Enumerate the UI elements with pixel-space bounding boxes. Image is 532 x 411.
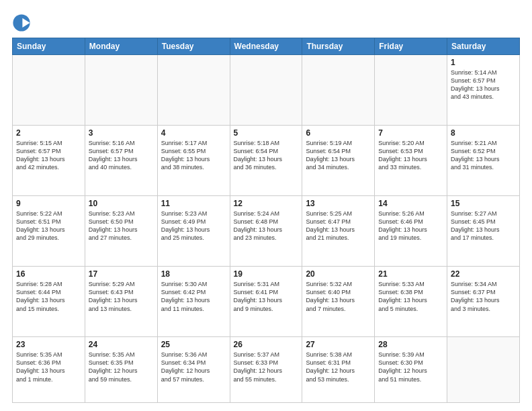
day-number: 14	[378, 199, 443, 208]
day-info: Sunrise: 5:23 AM Sunset: 6:50 PM Dayligh…	[89, 210, 154, 242]
calendar-day: 5Sunrise: 5:18 AM Sunset: 6:54 PM Daylig…	[230, 126, 302, 196]
calendar-day: 20Sunrise: 5:32 AM Sunset: 6:40 PM Dayli…	[302, 267, 375, 337]
calendar-week-3: 9Sunrise: 5:22 AM Sunset: 6:51 PM Daylig…	[13, 196, 520, 267]
day-number: 22	[451, 269, 516, 279]
day-number: 16	[16, 269, 81, 279]
day-number: 2	[16, 128, 81, 138]
calendar-header-friday: Friday	[375, 38, 447, 55]
day-number: 24	[89, 340, 154, 349]
day-info: Sunrise: 5:21 AM Sunset: 6:52 PM Dayligh…	[451, 139, 516, 172]
day-info: Sunrise: 5:27 AM Sunset: 6:45 PM Dayligh…	[451, 210, 516, 242]
day-number: 28	[378, 340, 443, 349]
day-number: 1	[451, 58, 516, 67]
day-number: 12	[234, 199, 299, 208]
day-number: 23	[16, 340, 81, 349]
header	[12, 11, 520, 32]
calendar-week-2: 2Sunrise: 5:15 AM Sunset: 6:57 PM Daylig…	[13, 126, 520, 196]
calendar-day: 4Sunrise: 5:17 AM Sunset: 6:55 PM Daylig…	[157, 126, 230, 196]
day-info: Sunrise: 5:19 AM Sunset: 6:54 PM Dayligh…	[306, 139, 371, 172]
day-number: 13	[306, 199, 371, 208]
calendar-day: 12Sunrise: 5:24 AM Sunset: 6:48 PM Dayli…	[230, 196, 302, 267]
day-number: 20	[306, 269, 371, 279]
calendar-day: 8Sunrise: 5:21 AM Sunset: 6:52 PM Daylig…	[447, 126, 520, 196]
calendar-header-tuesday: Tuesday	[157, 38, 230, 55]
calendar-day: 19Sunrise: 5:31 AM Sunset: 6:41 PM Dayli…	[230, 267, 302, 337]
day-number: 5	[234, 128, 299, 138]
day-info: Sunrise: 5:33 AM Sunset: 6:38 PM Dayligh…	[378, 280, 443, 313]
calendar-day	[157, 55, 230, 126]
day-number: 9	[16, 199, 81, 208]
day-info: Sunrise: 5:15 AM Sunset: 6:57 PM Dayligh…	[16, 139, 81, 172]
calendar-header-thursday: Thursday	[302, 38, 375, 55]
calendar-day: 24Sunrise: 5:35 AM Sunset: 6:35 PM Dayli…	[85, 337, 157, 403]
calendar-day: 7Sunrise: 5:20 AM Sunset: 6:53 PM Daylig…	[375, 126, 447, 196]
calendar-day: 15Sunrise: 5:27 AM Sunset: 6:45 PM Dayli…	[447, 196, 520, 267]
day-info: Sunrise: 5:29 AM Sunset: 6:43 PM Dayligh…	[89, 280, 154, 313]
calendar-day: 9Sunrise: 5:22 AM Sunset: 6:51 PM Daylig…	[13, 196, 85, 267]
calendar-header-row: SundayMondayTuesdayWednesdayThursdayFrid…	[13, 38, 520, 55]
calendar-header-monday: Monday	[85, 38, 157, 55]
day-info: Sunrise: 5:38 AM Sunset: 6:31 PM Dayligh…	[306, 351, 371, 383]
calendar-day: 11Sunrise: 5:23 AM Sunset: 6:49 PM Dayli…	[157, 196, 230, 267]
day-number: 4	[161, 128, 226, 138]
day-info: Sunrise: 5:36 AM Sunset: 6:34 PM Dayligh…	[161, 351, 226, 383]
day-number: 27	[306, 340, 371, 349]
logo-icon	[12, 13, 31, 32]
calendar-day: 1Sunrise: 5:14 AM Sunset: 6:57 PM Daylig…	[447, 55, 520, 126]
day-number: 15	[451, 199, 516, 208]
day-info: Sunrise: 5:14 AM Sunset: 6:57 PM Dayligh…	[451, 68, 516, 101]
day-info: Sunrise: 5:35 AM Sunset: 6:36 PM Dayligh…	[16, 351, 81, 383]
day-number: 19	[234, 269, 299, 279]
day-info: Sunrise: 5:28 AM Sunset: 6:44 PM Dayligh…	[16, 280, 81, 313]
calendar-day	[230, 55, 302, 126]
day-number: 17	[89, 269, 154, 279]
calendar-day: 28Sunrise: 5:39 AM Sunset: 6:30 PM Dayli…	[375, 337, 447, 403]
calendar-day	[13, 55, 85, 126]
calendar-day: 21Sunrise: 5:33 AM Sunset: 6:38 PM Dayli…	[375, 267, 447, 337]
day-info: Sunrise: 5:31 AM Sunset: 6:41 PM Dayligh…	[234, 280, 299, 313]
day-number: 11	[161, 199, 226, 208]
calendar-table: SundayMondayTuesdayWednesdayThursdayFrid…	[12, 38, 520, 403]
calendar-day: 26Sunrise: 5:37 AM Sunset: 6:33 PM Dayli…	[230, 337, 302, 403]
day-info: Sunrise: 5:35 AM Sunset: 6:35 PM Dayligh…	[89, 351, 154, 383]
day-number: 25	[161, 340, 226, 349]
day-number: 10	[89, 199, 154, 208]
calendar-header-sunday: Sunday	[13, 38, 85, 55]
day-info: Sunrise: 5:20 AM Sunset: 6:53 PM Dayligh…	[378, 139, 443, 172]
day-info: Sunrise: 5:17 AM Sunset: 6:55 PM Dayligh…	[161, 139, 226, 172]
calendar-day: 3Sunrise: 5:16 AM Sunset: 6:57 PM Daylig…	[85, 126, 157, 196]
calendar-day: 22Sunrise: 5:34 AM Sunset: 6:37 PM Dayli…	[447, 267, 520, 337]
calendar-day: 18Sunrise: 5:30 AM Sunset: 6:42 PM Dayli…	[157, 267, 230, 337]
day-info: Sunrise: 5:23 AM Sunset: 6:49 PM Dayligh…	[161, 210, 226, 242]
day-info: Sunrise: 5:18 AM Sunset: 6:54 PM Dayligh…	[234, 139, 299, 172]
day-number: 18	[161, 269, 226, 279]
logo	[12, 13, 32, 32]
page: SundayMondayTuesdayWednesdayThursdayFrid…	[0, 0, 532, 411]
day-number: 3	[89, 128, 154, 138]
calendar-day: 25Sunrise: 5:36 AM Sunset: 6:34 PM Dayli…	[157, 337, 230, 403]
day-info: Sunrise: 5:39 AM Sunset: 6:30 PM Dayligh…	[378, 351, 443, 383]
day-number: 7	[378, 128, 443, 138]
calendar-day: 13Sunrise: 5:25 AM Sunset: 6:47 PM Dayli…	[302, 196, 375, 267]
calendar-header-wednesday: Wednesday	[230, 38, 302, 55]
day-info: Sunrise: 5:26 AM Sunset: 6:46 PM Dayligh…	[378, 210, 443, 242]
calendar-day: 17Sunrise: 5:29 AM Sunset: 6:43 PM Dayli…	[85, 267, 157, 337]
calendar-day: 6Sunrise: 5:19 AM Sunset: 6:54 PM Daylig…	[302, 126, 375, 196]
day-info: Sunrise: 5:24 AM Sunset: 6:48 PM Dayligh…	[234, 210, 299, 242]
day-info: Sunrise: 5:25 AM Sunset: 6:47 PM Dayligh…	[306, 210, 371, 242]
calendar-day: 2Sunrise: 5:15 AM Sunset: 6:57 PM Daylig…	[13, 126, 85, 196]
calendar-week-4: 16Sunrise: 5:28 AM Sunset: 6:44 PM Dayli…	[13, 267, 520, 337]
day-number: 26	[234, 340, 299, 349]
calendar-week-1: 1Sunrise: 5:14 AM Sunset: 6:57 PM Daylig…	[13, 55, 520, 126]
day-info: Sunrise: 5:34 AM Sunset: 6:37 PM Dayligh…	[451, 280, 516, 313]
calendar-week-5: 23Sunrise: 5:35 AM Sunset: 6:36 PM Dayli…	[13, 337, 520, 403]
calendar-day: 10Sunrise: 5:23 AM Sunset: 6:50 PM Dayli…	[85, 196, 157, 267]
calendar-header-saturday: Saturday	[447, 38, 520, 55]
calendar-day: 23Sunrise: 5:35 AM Sunset: 6:36 PM Dayli…	[13, 337, 85, 403]
calendar-day: 14Sunrise: 5:26 AM Sunset: 6:46 PM Dayli…	[375, 196, 447, 267]
calendar-day	[375, 55, 447, 126]
day-info: Sunrise: 5:30 AM Sunset: 6:42 PM Dayligh…	[161, 280, 226, 313]
calendar-day	[302, 55, 375, 126]
day-number: 8	[451, 128, 516, 138]
calendar-day	[85, 55, 157, 126]
